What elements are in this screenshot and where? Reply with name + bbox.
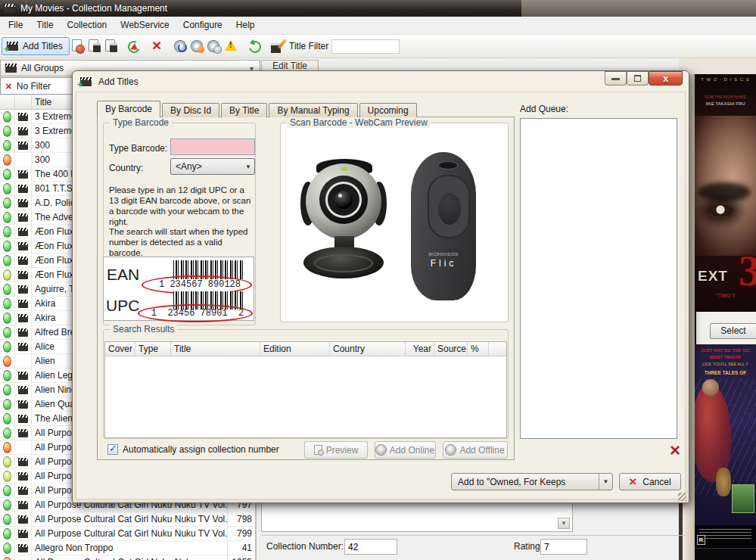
type-cell xyxy=(15,455,32,468)
column-year[interactable]: Year xyxy=(406,342,434,356)
menu-item-title[interactable]: Title xyxy=(30,17,60,34)
toolbar-play-disc-button[interactable] xyxy=(173,38,188,54)
toolbar-add-disc-button[interactable] xyxy=(70,38,85,54)
add-offline-button[interactable]: Add Offline xyxy=(443,441,508,459)
search-results-table[interactable]: CoverTypeTitleEditionCountryYearSource% xyxy=(104,341,507,438)
add-online-button[interactable]: Add Online xyxy=(375,441,436,459)
auto-assign-checkbox[interactable] xyxy=(107,444,118,455)
status-cell xyxy=(0,412,15,425)
type-cell xyxy=(15,311,32,325)
toolbar-convert-button[interactable] xyxy=(126,38,142,54)
title-filter-input[interactable] xyxy=(331,39,400,54)
title-text: Allegro Non Troppo xyxy=(32,543,227,553)
movie-clapper-icon xyxy=(18,257,28,265)
menu-item-help[interactable]: Help xyxy=(229,17,262,34)
title-text: All Purpose Cultural Cat Girl Nuku Nuku … xyxy=(32,528,227,539)
copy-disc-icon xyxy=(207,39,221,53)
close-button[interactable]: x xyxy=(649,71,683,86)
status-cell xyxy=(0,498,15,512)
tab-by-manual-typing[interactable]: By Manual Typing xyxy=(269,103,357,117)
movie-clapper-icon xyxy=(18,271,28,279)
movie-clapper-icon xyxy=(18,501,28,509)
status-red-icon xyxy=(3,154,11,166)
toolbar-add-title-online-button[interactable] xyxy=(86,38,101,54)
type-cell xyxy=(15,440,32,454)
menu-item-collection[interactable]: Collection xyxy=(61,17,114,34)
toolbar-add-title-disc-button[interactable] xyxy=(103,38,118,54)
list-item[interactable]: All Purpose Cultural Cat Girl Nuku Nuku … xyxy=(0,527,255,541)
cancel-button[interactable]: × Cancel xyxy=(619,473,681,490)
minimize-icon xyxy=(611,78,620,80)
tab-by-title[interactable]: By Title xyxy=(221,103,267,117)
minimize-button[interactable] xyxy=(605,71,627,86)
status-green-icon xyxy=(3,485,11,496)
type-cell xyxy=(15,484,32,497)
rating-field[interactable] xyxy=(540,539,587,555)
type-cell xyxy=(15,124,32,138)
cover-text: T W O - D I S C S xyxy=(695,77,756,82)
cover-face-art xyxy=(695,116,756,256)
status-red-icon xyxy=(3,356,11,367)
toolbar-refresh-button[interactable] xyxy=(247,38,262,54)
movie-clapper-icon xyxy=(18,386,28,394)
movie-clapper-icon xyxy=(18,372,28,380)
select-button[interactable]: Select xyxy=(710,323,756,339)
add-queue-list[interactable] xyxy=(520,118,677,439)
chevron-down-icon[interactable]: ▼ xyxy=(599,474,612,490)
toolbar-edit-title-button[interactable] xyxy=(270,38,285,54)
country-select[interactable]: <Any> ▼ xyxy=(170,158,255,175)
status-column-header[interactable] xyxy=(0,95,15,109)
menu-item-configure[interactable]: Configure xyxy=(176,17,229,34)
tab-by-barcode[interactable]: By Barcode xyxy=(97,101,160,117)
add-titles-button[interactable]: Add Titles xyxy=(2,37,70,55)
toolbar-warning-button[interactable] xyxy=(223,38,238,54)
column-country[interactable]: Country xyxy=(330,342,406,356)
movie-clapper-icon xyxy=(18,487,28,495)
status-green-icon xyxy=(3,198,11,209)
column-title[interactable]: Title xyxy=(171,342,260,356)
resize-grip[interactable] xyxy=(678,493,686,501)
type-cell xyxy=(15,239,32,253)
add-to-collection-button[interactable]: Add to "Owned, For Keeps ▼ xyxy=(451,473,613,490)
status-cell xyxy=(0,369,15,382)
window-title: My Movies - Collection Management xyxy=(20,3,167,14)
tab-upcoming[interactable]: Upcoming xyxy=(359,103,417,117)
chevron-down-icon[interactable]: ▾ xyxy=(558,518,570,529)
status-green-icon xyxy=(3,413,11,425)
search-results-header: CoverTypeTitleEditionCountryYearSource% xyxy=(105,342,506,356)
toolbar-copy-disc-button[interactable] xyxy=(207,38,222,54)
remove-from-queue-button[interactable]: × xyxy=(666,442,684,460)
window-titlebar[interactable]: My Movies - Collection Management xyxy=(0,0,756,17)
cover-text: IIKE TAKASHI FRU xyxy=(695,101,756,106)
cover-text: LICK YOU'LL SEE ALL Y xyxy=(695,362,756,366)
type-column-header[interactable] xyxy=(15,95,32,109)
webcam-lens xyxy=(334,191,353,209)
column-percent[interactable]: % xyxy=(468,342,489,356)
tab-by-disc-id[interactable]: By Disc Id xyxy=(162,103,219,117)
column-cover[interactable]: Cover xyxy=(105,342,135,356)
collection-number-field[interactable] xyxy=(344,539,397,555)
dialog-titlebar[interactable]: Add Titles xyxy=(73,71,689,92)
status-cell xyxy=(0,167,15,181)
type-cell xyxy=(15,153,32,166)
toolbar-delete-title-button[interactable] xyxy=(150,38,165,54)
add-titles-icon xyxy=(7,42,18,51)
status-cell xyxy=(0,110,15,123)
menu-item-webservice[interactable]: WebService xyxy=(114,17,176,34)
list-item[interactable]: Allegro Non Troppo41 xyxy=(0,541,255,555)
list-item[interactable]: All Purpose Cultural Cat Girl Nuku Nuku … xyxy=(0,512,255,527)
status-green-icon xyxy=(3,241,11,252)
preview-button[interactable]: Preview xyxy=(304,441,368,459)
column-type[interactable]: Type xyxy=(135,342,171,356)
menu-item-file[interactable]: File xyxy=(2,17,30,34)
groups-clapper-icon xyxy=(5,64,17,73)
barcode-input[interactable] xyxy=(170,138,255,155)
column-source[interactable]: Source xyxy=(434,342,468,356)
status-green-icon xyxy=(3,255,11,266)
list-item[interactable]: All Purpose Cultural Cat Girl Nuku Nuku1… xyxy=(0,555,255,560)
maximize-button[interactable] xyxy=(627,71,649,86)
column-edition[interactable]: Edition xyxy=(260,342,330,356)
preview-icon xyxy=(314,445,322,455)
toolbar-burn-disc-button[interactable] xyxy=(190,38,205,54)
add-disc-icon xyxy=(70,39,84,53)
